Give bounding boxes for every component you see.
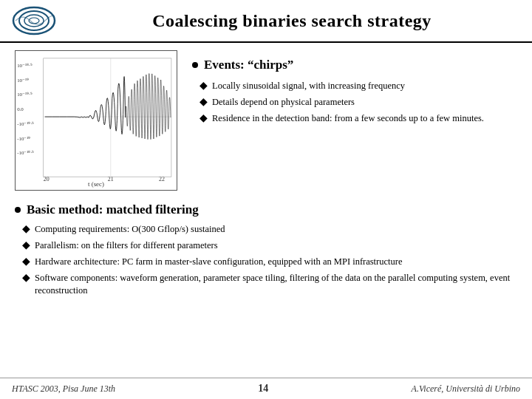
svg-text:t (sec): t (sec) [88,180,104,188]
list-item: ◆ Hardware architecture: PC farm in mast… [22,256,517,268]
footer-conference: HTASC 2003, Pisa June 13th [12,383,115,395]
logo-icon [12,6,56,35]
footer-author: A.Viceré, Università di Urbino [412,383,520,395]
bottom-section: Basic method: matched filtering ◆ Comput… [15,202,517,300]
list-item: ◆ Software components: waveform generati… [22,272,517,297]
diamond-icon: ◆ [22,239,30,252]
list-item: ◆ Details depend on physical parameters [200,96,517,109]
svg-text:20: 20 [44,176,50,183]
svg-text:-10⁻¹⁹: -10⁻¹⁹ [17,136,30,141]
events-main-bullet: Events: “chirps” [192,58,517,72]
method-main-bullet: Basic method: matched filtering [15,202,517,217]
diamond-icon: ◆ [22,223,30,236]
footer-page-number: 14 [258,383,268,395]
top-section: t (sec) 10⁻¹⁸·⁵ 10⁻¹⁹ 10⁻¹⁹·⁵ 0.0 -10⁻¹⁹… [15,50,517,191]
list-item: ◆ Parallelism: on the filters for differ… [22,239,517,252]
signal-chart: t (sec) 10⁻¹⁸·⁵ 10⁻¹⁹ 10⁻¹⁹·⁵ 0.0 -10⁻¹⁹… [15,50,177,191]
diamond-icon: ◆ [200,80,208,92]
svg-text:22: 22 [159,176,165,183]
slide: Coalescing binaries search strategy t (s… [0,0,532,399]
diamond-icon: ◆ [22,256,30,268]
svg-text:-10⁻¹⁹·⁵: -10⁻¹⁹·⁵ [17,121,34,126]
diamond-icon: ◆ [200,96,208,109]
events-sub-bullets: ◆ Locally sinusoidal signal, with increa… [200,80,517,129]
svg-text:-10⁻¹⁸·⁵: -10⁻¹⁸·⁵ [17,151,34,156]
list-item: ◆ Locally sinusoidal signal, with increa… [200,80,517,92]
method-sub-bullets: ◆ Computing requirements: O(300 Gflop/s)… [22,223,517,296]
diamond-icon: ◆ [200,112,208,125]
svg-point-1 [19,11,49,30]
slide-footer: HTASC 2003, Pisa June 13th 14 A.Viceré, … [0,378,532,399]
svg-text:0.0: 0.0 [17,106,24,112]
svg-point-2 [24,15,44,27]
right-bullets: Events: “chirps” ◆ Locally sinusoidal si… [192,50,517,129]
slide-header: Coalescing binaries search strategy [0,0,532,43]
svg-text:10⁻¹⁹·⁵: 10⁻¹⁹·⁵ [17,92,33,97]
bullet-dot [192,62,198,68]
svg-text:10⁻¹⁹: 10⁻¹⁹ [17,78,29,83]
svg-text:10⁻¹⁸·⁵: 10⁻¹⁸·⁵ [17,63,33,68]
list-item: ◆ Residence in the detection band: from … [200,112,517,125]
page-title: Coalescing binaries search strategy [64,11,520,31]
bullet-dot [15,207,21,213]
diamond-icon: ◆ [22,272,30,284]
slide-content: t (sec) 10⁻¹⁸·⁵ 10⁻¹⁹ 10⁻¹⁹·⁵ 0.0 -10⁻¹⁹… [0,43,532,378]
svg-text:21: 21 [108,176,114,183]
list-item: ◆ Computing requirements: O(300 Gflop/s)… [22,223,517,236]
